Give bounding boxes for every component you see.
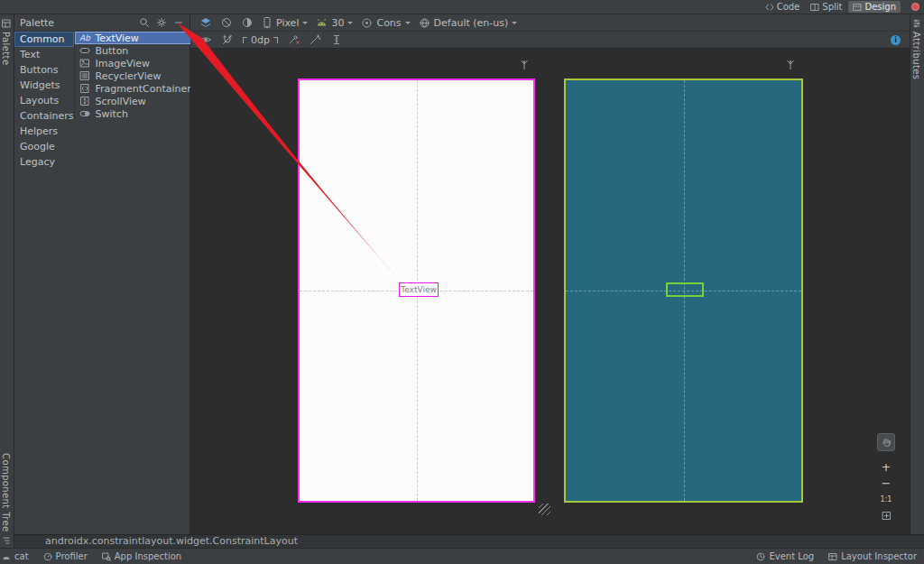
blueprint-view-canvas[interactable]: [564, 79, 803, 503]
orientation-button[interactable]: [220, 16, 233, 29]
category-widgets[interactable]: Widgets: [14, 78, 74, 93]
zoom-to-fit-button[interactable]: [882, 509, 892, 522]
component-scrollview-label: ScrollView: [96, 96, 146, 107]
category-helpers[interactable]: Helpers: [14, 124, 74, 139]
globe-icon: [419, 17, 430, 29]
pan-hand-icon: [881, 437, 892, 448]
design-surface-selector-button[interactable]: [199, 16, 212, 29]
theme-icon: [361, 17, 373, 29]
default-margin-value: 0dp: [251, 34, 270, 46]
palette-rail-tab[interactable]: Palette: [1, 19, 11, 65]
android-studio-layout-editor: Code Split Design Palette Component Tree…: [0, 0, 924, 564]
tab-design[interactable]: Design: [848, 1, 901, 13]
palette-title: Palette: [20, 17, 54, 29]
zoom-in-button[interactable]: +: [882, 460, 892, 474]
bottom-tool-bar: cat Profiler App Inspection Event Log La…: [0, 548, 924, 564]
tab-code-label: Code: [777, 2, 800, 12]
antenna-icon: [785, 60, 796, 70]
design-icon: [853, 3, 862, 12]
guideline-button[interactable]: [330, 33, 343, 46]
autoconnect-button[interactable]: [221, 33, 234, 46]
category-google[interactable]: Google: [14, 139, 74, 154]
layers-icon: [199, 16, 212, 29]
layout-inspector-tab[interactable]: Layout Inspector: [828, 551, 917, 561]
attributes-rail-tab[interactable]: Attributes: [911, 19, 921, 79]
locale-selector-value: Default (en-us): [434, 17, 509, 29]
info-icon[interactable]: i: [891, 35, 901, 45]
tab-split-label: Split: [822, 2, 842, 12]
palette-panel: Palette Common Text Buttons Widgets Layo…: [14, 14, 190, 534]
tab-code[interactable]: Code: [761, 1, 805, 13]
palette-body: Common Text Buttons Widgets Layouts Cont…: [14, 32, 189, 170]
constraint-toolbar: 0dp i: [190, 32, 910, 49]
component-button-label: Button: [96, 45, 129, 57]
scrollview-icon: [79, 96, 90, 106]
category-legacy[interactable]: Legacy: [14, 154, 74, 170]
theme-selector-value: Cons: [376, 17, 401, 29]
category-containers[interactable]: Containers: [14, 108, 74, 124]
locale-selector[interactable]: Default (en-us): [419, 17, 518, 29]
design-surface[interactable]: TextView + − 1:1: [190, 49, 910, 534]
textview-icon: Ab: [79, 34, 91, 42]
zoom-out-button[interactable]: −: [882, 476, 892, 490]
default-margin-selector[interactable]: 0dp: [243, 34, 278, 46]
event-log-tab-label: Event Log: [769, 551, 814, 561]
notification-icon[interactable]: [911, 3, 919, 11]
textview-widget-blueprint[interactable]: [666, 282, 704, 297]
minimize-icon[interactable]: [173, 17, 184, 28]
category-common[interactable]: Common: [14, 32, 74, 47]
gear-icon[interactable]: [156, 17, 167, 28]
device-resize-handle[interactable]: [539, 504, 550, 515]
split-icon: [810, 3, 819, 12]
category-text[interactable]: Text: [14, 47, 74, 62]
tab-split[interactable]: Split: [806, 1, 846, 13]
component-tree-rail-tab[interactable]: Component Tree: [1, 453, 11, 545]
tab-design-label: Design: [864, 2, 896, 12]
device-selector-value: Pixel: [276, 17, 299, 29]
left-tool-rail: Palette Component Tree: [0, 14, 14, 548]
infer-constraints-icon: [309, 33, 321, 46]
attributes-rail-icon: [912, 19, 921, 28]
infer-constraints-button[interactable]: [309, 33, 321, 46]
event-log-icon: [756, 552, 765, 561]
right-tool-rail: Attributes: [910, 14, 924, 534]
zoom-actual-size-button[interactable]: 1:1: [881, 493, 892, 506]
night-mode-button[interactable]: [241, 16, 254, 29]
android-icon: [316, 17, 328, 28]
app-inspection-tab[interactable]: App Inspection: [102, 551, 181, 561]
zoom-controls: + − 1:1: [874, 433, 898, 525]
event-log-tab[interactable]: Event Log: [756, 551, 814, 561]
palette-header: Palette: [14, 14, 189, 32]
chevron-down-icon: [302, 22, 308, 24]
search-icon[interactable]: [139, 17, 150, 28]
textview-widget[interactable]: TextView: [399, 282, 439, 297]
api-level-selector[interactable]: 30: [316, 17, 353, 29]
chevron-down-icon: [347, 22, 353, 24]
breadcrumb-bar: androidx.constraintlayout.widget.Constra…: [14, 534, 924, 548]
logcat-tab[interactable]: cat: [2, 551, 29, 561]
palette-rail-label: Palette: [1, 32, 11, 65]
zoom-to-fit-icon: [882, 511, 892, 521]
category-layouts[interactable]: Layouts: [14, 93, 74, 108]
component-recyclerview-label: RecyclerView: [96, 70, 162, 82]
category-buttons[interactable]: Buttons: [14, 62, 74, 78]
chevron-down-icon: [512, 22, 517, 24]
layout-inspector-icon: [828, 552, 837, 561]
switch-icon: [79, 108, 90, 119]
clear-constraints-icon: [287, 33, 300, 46]
component-textview-label: TextView: [96, 32, 139, 44]
device-selector[interactable]: Pixel: [262, 16, 308, 29]
editor-mode-bar: Code Split Design: [0, 0, 924, 14]
margin-bracket-right: [273, 37, 278, 43]
chevron-down-icon: [405, 22, 411, 24]
guideline-icon: [330, 33, 343, 46]
clear-constraints-button[interactable]: [287, 33, 300, 46]
breadcrumb-item[interactable]: androidx.constraintlayout.widget.Constra…: [45, 535, 298, 547]
view-options-button[interactable]: [199, 33, 212, 46]
profiler-tab[interactable]: Profiler: [43, 551, 88, 561]
logcat-tab-label: cat: [14, 551, 29, 561]
antenna-icon: [519, 60, 530, 70]
design-view-canvas[interactable]: TextView: [298, 79, 535, 503]
theme-selector[interactable]: Cons: [361, 17, 410, 29]
pan-button[interactable]: [877, 433, 895, 451]
